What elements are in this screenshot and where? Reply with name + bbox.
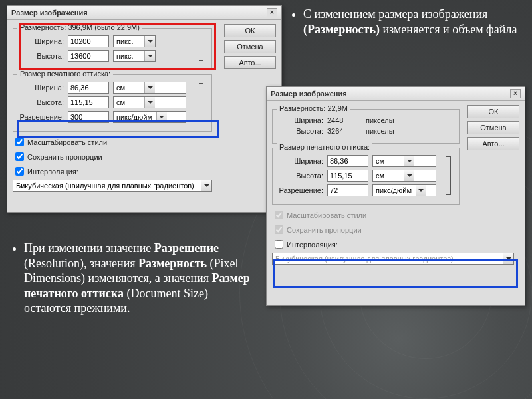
height-label: Высота: — [19, 52, 64, 60]
resolution-unit-select[interactable]: пикс/дюйм — [372, 184, 436, 196]
doc-width-unit-select[interactable]: см — [372, 155, 436, 167]
ok-button[interactable]: ОК — [467, 105, 519, 118]
pixel-dimensions-group: Размерность: 22,9М Ширина: 2448 пикселы … — [272, 109, 460, 144]
chevron-down-icon — [503, 253, 513, 264]
pixel-dimensions-group: Размерность: 396,9М (было 22,9М) Ширина:… — [13, 28, 212, 70]
chevron-down-icon[interactable] — [144, 36, 155, 47]
cancel-button[interactable]: Отмена — [224, 40, 276, 53]
width-input[interactable] — [68, 35, 109, 47]
resolution-label: Разрешение: — [19, 113, 64, 121]
resolution-input[interactable] — [327, 184, 368, 196]
image-size-dialog-1: Размер изображения × ОК Отмена Авто... Р… — [7, 5, 282, 213]
annotation-2: При изменении значение Разрешение (Resol… — [13, 241, 253, 316]
ok-button[interactable]: ОК — [224, 24, 276, 37]
group-title: Размерность: 22,9М — [277, 104, 350, 112]
link-icon — [444, 152, 454, 199]
group-title: Размер печатного оттиска: — [17, 70, 113, 78]
titlebar[interactable]: Размер изображения × — [7, 6, 281, 20]
chevron-down-icon[interactable] — [416, 185, 426, 196]
resolution-unit-select[interactable]: пикс/дюйм — [113, 111, 186, 123]
resolution-input[interactable] — [68, 111, 109, 123]
chevron-down-icon[interactable] — [144, 51, 155, 61]
chevron-down-icon[interactable] — [201, 180, 211, 191]
chevron-down-icon[interactable] — [144, 82, 155, 93]
interpolation-method-select: Бикубическая (наилучшая для плавных град… — [272, 253, 514, 265]
doc-width-label: Ширина: — [19, 84, 64, 92]
chevron-down-icon[interactable] — [144, 97, 155, 108]
auto-button[interactable]: Авто... — [467, 137, 519, 150]
dialog-title: Размер изображения — [11, 9, 88, 17]
height-input[interactable] — [68, 50, 109, 62]
close-icon[interactable]: × — [267, 8, 277, 17]
height-unit-select[interactable]: пикс. — [113, 50, 156, 62]
scale-styles-checkbox: Масштабировать стили — [272, 209, 519, 221]
doc-width-unit-select[interactable]: см — [113, 82, 186, 94]
group-title: Размер печатного оттиска: — [277, 143, 372, 151]
doc-width-input[interactable] — [327, 155, 368, 167]
cancel-button[interactable]: Отмена — [467, 121, 519, 134]
doc-height-label: Высота: — [19, 98, 64, 106]
doc-height-input[interactable] — [68, 96, 109, 108]
width-label: Ширина: — [278, 116, 323, 124]
image-size-dialog-2: Размер изображения × ОК Отмена Авто... Р… — [266, 86, 525, 306]
doc-height-label: Высота: — [278, 172, 323, 180]
document-size-group: Размер печатного оттиска: Ширина: см Выс… — [13, 74, 212, 132]
dialog-buttons: ОК Отмена Авто... — [467, 105, 519, 150]
link-icon — [197, 79, 206, 126]
scale-styles-checkbox[interactable]: Масштабировать стили — [13, 136, 276, 148]
chevron-down-icon[interactable] — [404, 156, 414, 166]
doc-height-unit-select[interactable]: см — [113, 96, 186, 108]
unit-label: пикселы — [366, 127, 394, 135]
auto-button[interactable]: Авто... — [224, 56, 276, 69]
height-label: Высота: — [278, 127, 323, 135]
link-icon — [197, 33, 206, 65]
resolution-label: Разрешение: — [278, 186, 323, 194]
titlebar[interactable]: Размер изображения × — [267, 87, 525, 101]
width-unit-select[interactable]: пикс. — [113, 35, 156, 47]
doc-height-input[interactable] — [327, 170, 368, 182]
constrain-proportions-checkbox: Сохранить пропорции — [272, 223, 519, 236]
constrain-proportions-checkbox[interactable]: Сохранить пропорции — [13, 150, 276, 163]
doc-width-label: Ширина: — [278, 157, 323, 165]
interpolation-checkbox[interactable]: Интерполяция: — [272, 238, 519, 251]
group-title: Размерность: 396,9М (было 22,9М) — [17, 23, 142, 31]
chevron-down-icon[interactable] — [404, 170, 414, 181]
width-label: Ширина: — [19, 37, 64, 45]
chevron-down-icon[interactable] — [156, 112, 167, 122]
width-value: 2448 — [327, 116, 362, 124]
doc-height-unit-select[interactable]: см — [372, 170, 436, 182]
annotation-1: С изменением размера изображения (Размер… — [293, 7, 525, 37]
dialog-buttons: ОК Отмена Авто... — [224, 24, 276, 69]
interpolation-checkbox[interactable]: Интерполяция: — [13, 165, 276, 178]
close-icon[interactable]: × — [510, 89, 521, 98]
dialog-title: Размер изображения — [271, 90, 347, 98]
document-size-group: Размер печатного оттиска: Ширина: см Выс… — [272, 148, 460, 205]
height-value: 3264 — [327, 127, 362, 135]
unit-label: пикселы — [366, 116, 394, 124]
annotation-text: С изменением размера изображения (Размер… — [303, 7, 525, 37]
doc-width-input[interactable] — [68, 82, 109, 94]
annotation-text: При изменении значение Разрешение (Resol… — [24, 241, 253, 316]
interpolation-method-select[interactable]: Бикубическая (наилучшая для плавных град… — [13, 180, 212, 192]
